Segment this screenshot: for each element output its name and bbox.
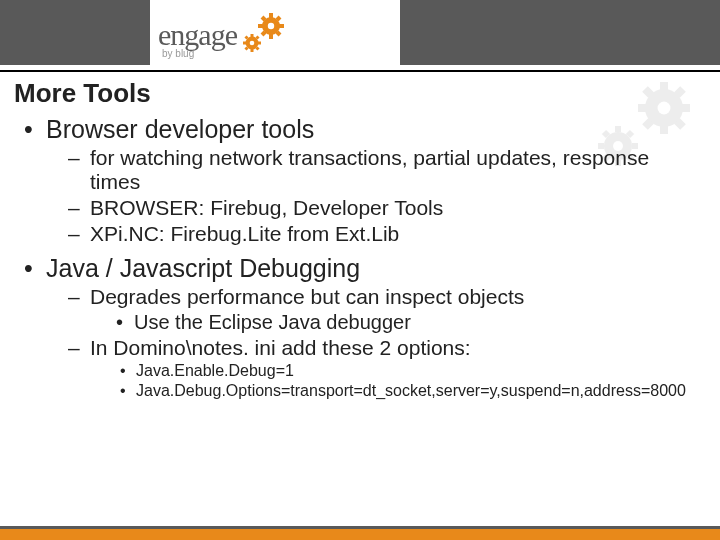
svg-point-9 xyxy=(268,22,274,28)
list-item: for watching network transactions, parti… xyxy=(66,146,700,194)
bullet-list-level1: Browser developer tools for watching net… xyxy=(22,115,700,400)
bullet-text: BROWSER: Firebug, Developer Tools xyxy=(90,196,443,219)
bullet-text: for watching network transactions, parti… xyxy=(90,146,649,193)
svg-line-27 xyxy=(677,89,683,95)
header-dark-right xyxy=(400,0,720,65)
list-item: XPi.NC: Firebug.Lite from Ext.Lib xyxy=(66,222,700,246)
bullet-text: Use the Eclipse Java debugger xyxy=(134,311,411,333)
logo-text: engage xyxy=(158,18,237,52)
bullet-text: Degrades performance but can inspect obj… xyxy=(90,285,524,308)
bullet-list-level2: Degrades performance but can inspect obj… xyxy=(66,285,700,400)
list-item: Use the Eclipse Java debugger xyxy=(112,311,700,334)
slide: engage xyxy=(0,0,720,540)
list-item: Browser developer tools for watching net… xyxy=(22,115,700,246)
logo-byline: by blug xyxy=(162,48,194,59)
svg-line-16 xyxy=(256,47,258,49)
bullet-text: XPi.NC: Firebug.Lite from Ext.Lib xyxy=(90,222,399,245)
list-item: Degrades performance but can inspect obj… xyxy=(66,285,700,334)
header-dark-left xyxy=(0,0,150,65)
svg-line-15 xyxy=(245,36,247,38)
bullet-text: Java.Enable.Debug=1 xyxy=(136,362,294,379)
list-item: Java / Javascript Debugging Degrades per… xyxy=(22,254,700,400)
list-item: Java.Enable.Debug=1 xyxy=(116,362,700,380)
footer-bar xyxy=(0,526,720,540)
bullet-text: In Domino\notes. ini add these 2 options… xyxy=(90,336,471,359)
bullet-list-level4: Java.Enable.Debug=1 Java.Debug.Options=t… xyxy=(116,362,700,400)
svg-line-8 xyxy=(262,32,265,35)
svg-line-17 xyxy=(256,36,258,38)
svg-point-19 xyxy=(250,40,255,45)
title-divider xyxy=(0,70,720,72)
svg-line-5 xyxy=(262,17,265,20)
bullet-text: Java.Debug.Options=transport=dt_socket,s… xyxy=(136,382,686,399)
svg-line-18 xyxy=(245,47,247,49)
list-item: In Domino\notes. ini add these 2 options… xyxy=(66,336,700,400)
svg-line-25 xyxy=(645,89,651,95)
list-item: BROWSER: Firebug, Developer Tools xyxy=(66,196,700,220)
bullet-text: Browser developer tools xyxy=(46,115,314,143)
bullet-list-level2: for watching network transactions, parti… xyxy=(66,146,700,246)
bullet-list-level3: Use the Eclipse Java debugger xyxy=(112,311,700,334)
logo-gears-icon xyxy=(239,10,293,60)
header-band: engage xyxy=(0,0,720,65)
svg-line-6 xyxy=(277,32,280,35)
svg-point-29 xyxy=(658,102,671,115)
bullet-text: Java / Javascript Debugging xyxy=(46,254,360,282)
list-item: Java.Debug.Options=transport=dt_socket,s… xyxy=(116,382,700,400)
slide-title: More Tools xyxy=(14,78,151,109)
content-area: Browser developer tools for watching net… xyxy=(22,115,700,408)
svg-line-7 xyxy=(277,17,280,20)
